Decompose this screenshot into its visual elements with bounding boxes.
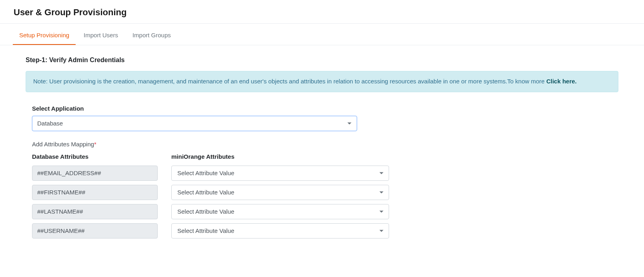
tab-import-groups[interactable]: Import Groups <box>126 24 177 45</box>
mo-attributes-header: miniOrange Attributes <box>171 153 389 160</box>
mo-attributes-column: miniOrange Attributes Select Attribute V… <box>171 153 389 243</box>
step-title: Step-1: Verify Admin Credentials <box>26 57 618 64</box>
page-title: User & Group Provisioning <box>0 0 644 24</box>
db-attr-input-1[interactable] <box>32 185 158 200</box>
mo-attr-select-3[interactable]: Select Attribute Value <box>171 223 389 239</box>
mo-attr-wrapper-2: Select Attribute Value <box>171 204 389 219</box>
db-attributes-header: Database Attributes <box>32 153 158 160</box>
note-link[interactable]: Click here. <box>546 78 577 85</box>
mo-attr-wrapper-3: Select Attribute Value <box>171 223 389 239</box>
db-attr-input-2[interactable] <box>32 204 158 219</box>
tab-setup-provisioning[interactable]: Setup Provisioning <box>13 24 76 45</box>
content-area: Step-1: Verify Admin Credentials Note: U… <box>0 45 644 263</box>
mo-attr-select-0[interactable]: Select Attribute Value <box>171 166 389 181</box>
select-application-group: Select Application Database <box>26 105 618 131</box>
required-asterisk: * <box>94 141 96 148</box>
note-text: Note: User provisioning is the creation,… <box>33 78 546 85</box>
mo-attr-select-2[interactable]: Select Attribute Value <box>171 204 389 219</box>
add-attributes-label: Add Attributes Mapping* <box>32 141 618 148</box>
info-note: Note: User provisioning is the creation,… <box>26 71 618 92</box>
mo-attr-select-1[interactable]: Select Attribute Value <box>171 185 389 200</box>
db-attributes-column: Database Attributes <box>32 153 158 243</box>
mo-attr-wrapper-1: Select Attribute Value <box>171 185 389 200</box>
mo-attr-wrapper-0: Select Attribute Value <box>171 166 389 181</box>
add-attributes-text: Add Attributes Mapping <box>32 141 94 148</box>
tabs-bar: Setup Provisioning Import Users Import G… <box>0 24 644 45</box>
attributes-mapping-group: Add Attributes Mapping* Database Attribu… <box>26 141 618 243</box>
tab-import-users[interactable]: Import Users <box>77 24 124 45</box>
db-attr-input-0[interactable] <box>32 166 158 181</box>
select-application-label: Select Application <box>32 105 618 112</box>
db-attr-input-3[interactable] <box>32 223 158 239</box>
select-application-dropdown[interactable]: Database <box>32 116 357 131</box>
mapping-columns: Database Attributes miniOrange Attribute… <box>32 153 618 243</box>
select-application-wrapper: Database <box>32 116 357 131</box>
